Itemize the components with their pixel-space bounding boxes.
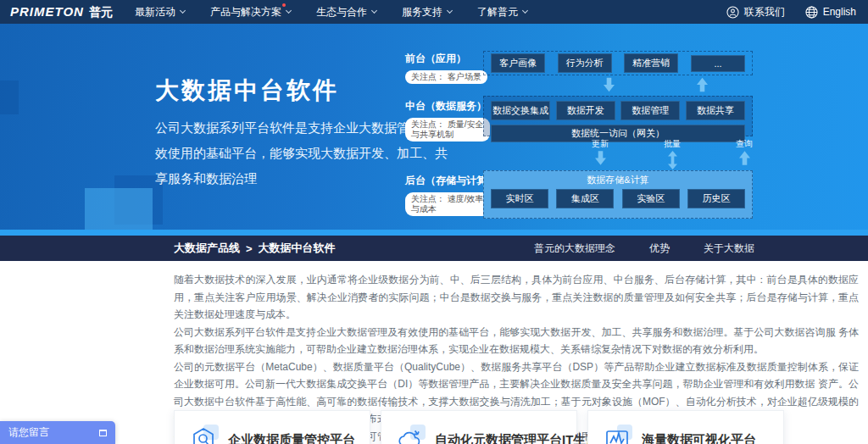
nav-item-label: 服务支持 (402, 5, 442, 19)
chevron-down-icon (286, 8, 292, 14)
front-focus-pill: 关注点： 客户场景 (405, 70, 487, 84)
middle-layer-box: 数据交换集成 数据开发 数据管理 数据共享 数据统一访问（网关） (483, 96, 753, 136)
nav-item-label: 生态与合作 (316, 5, 367, 19)
breadcrumb-current-page: 大数据中台软件 (259, 241, 336, 256)
card-metadata-platform[interactable]: 自动化元数据管理平台IT生产线 (381, 410, 577, 444)
user-icon (726, 6, 739, 19)
diagram-node: 行为分析 (558, 53, 612, 73)
anchor-about-big-data[interactable]: 关于大数据 (704, 241, 754, 256)
diagram-node: 数据交换集成 (491, 101, 550, 120)
contact-us-button[interactable]: 联系我们 (726, 0, 785, 24)
top-navbar: PRIMETON 普元 最新活动 产品与解决方案 生态与合作 服务支持 了解普元 (0, 0, 868, 24)
notification-dot (282, 3, 286, 7)
diagram-node: 数据开发 (556, 101, 615, 120)
feature-cards: 企业数据质量管控平台 自动化元数据管理平台IT生产线 海量数据可视化平台 (174, 410, 784, 444)
flow-update: 更新 (583, 138, 617, 169)
nav-item-latest-events[interactable]: 最新活动 (135, 0, 185, 24)
flow-label: 查询 (727, 138, 761, 150)
card-title: 企业数据质量管控平台 (228, 432, 355, 444)
arrow-down-icon (595, 151, 606, 165)
front-layer-box: 客户画像 行为分析 精准营销 ... (483, 51, 753, 75)
back-focus-pill: 关注点： 速度/效率 与成本 (405, 192, 490, 216)
globe-icon (805, 6, 818, 19)
back-layer-title: 后台（存储与计算） (405, 174, 481, 188)
front-layer-title: 前台（应用） (405, 52, 481, 66)
chart-monitor-icon (604, 426, 631, 444)
decor-square (85, 188, 153, 236)
section-anchors: 普元的大数据理念 优势 关于大数据 (534, 241, 754, 256)
chevron-down-icon (447, 8, 453, 14)
minimize-window-icon[interactable] (99, 430, 107, 436)
nav-item-about[interactable]: 了解普元 (477, 0, 527, 24)
hexagon-quality-icon (190, 426, 217, 444)
flow-label: 批量 (655, 138, 689, 150)
brand-logo[interactable]: PRIMETON 普元 (10, 4, 113, 20)
middle-focus-pill: 关注点： 质量/安全 与共享机制 (405, 118, 490, 142)
middle-back-arrows: 更新 批量 查询 (483, 138, 753, 169)
main-menu: 最新活动 产品与解决方案 生态与合作 服务支持 了解普元 (135, 0, 527, 24)
brand-logo-cn: 普元 (89, 5, 113, 20)
front-middle-arrows (483, 77, 753, 94)
diagram-node: 数据共享 (686, 101, 745, 120)
arrow-updown-icon (667, 151, 678, 169)
nav-item-ecosystem[interactable]: 生态与合作 (316, 0, 376, 24)
arrow-up-icon (739, 151, 750, 165)
focus-line: 与共享机制 (411, 130, 484, 140)
intro-paragraph: 公司大数据系列平台软件是支持企业大数据管理及有效使用的基础平台，能够实现大数据开… (174, 324, 859, 358)
hero-description: 公司大数据系列平台软件是支持企业大数据管理及有效使用的基础平台，能够实现大数据开… (155, 115, 448, 191)
diagram-node: ... (691, 55, 745, 72)
brand-logo-en: PRIMETON (10, 4, 84, 19)
contact-us-label: 联系我们 (744, 5, 785, 19)
flow-batch: 批量 (655, 138, 689, 173)
back-layer-box: 数据存储&计算 实时区 集成区 实验区 历史区 (483, 170, 753, 219)
middle-layer-label: 中台（数据服务） 关注点： 质量/安全 与共享机制 (405, 99, 481, 142)
storage-compute-header: 数据存储&计算 (491, 174, 745, 186)
front-layer-label: 前台（应用） 关注点： 客户场景 (405, 52, 481, 84)
breadcrumb-product-line[interactable]: 大数据产品线 (174, 241, 240, 256)
card-data-quality-platform[interactable]: 企业数据质量管控平台 (174, 410, 370, 444)
language-switch[interactable]: English (805, 0, 856, 24)
chevron-down-icon (180, 8, 186, 14)
language-label: English (823, 6, 856, 18)
diagram-node: 历史区 (687, 189, 745, 208)
anchor-advantages[interactable]: 优势 (649, 241, 670, 256)
breadcrumb-bar: 大数据产品线 > 大数据中台软件 普元的大数据理念 优势 关于大数据 (0, 236, 868, 261)
arrow-down-icon (592, 77, 626, 96)
back-layer-label: 后台（存储与计算） 关注点： 速度/效率 与成本 (405, 174, 481, 216)
nav-item-support[interactable]: 服务支持 (402, 0, 452, 24)
middle-layer-title: 中台（数据服务） (405, 99, 481, 114)
anchor-big-data-concept[interactable]: 普元的大数据理念 (534, 241, 615, 256)
diagram-node: 实验区 (622, 189, 680, 208)
cloud-sync-icon (397, 426, 424, 444)
breadcrumb: 大数据产品线 > 大数据中台软件 (174, 241, 336, 256)
nav-item-label: 产品与解决方案 (210, 5, 281, 19)
nav-item-label: 了解普元 (477, 5, 518, 19)
navbar-right: 联系我们 English (726, 0, 858, 24)
chevron-down-icon (522, 8, 528, 14)
chat-label: 请您留言 (8, 425, 49, 440)
architecture-diagram: 前台（应用） 关注点： 客户场景 客户画像 行为分析 精准营销 ... 中台（数… (405, 51, 754, 230)
focus-line: 关注点： 质量/安全 (411, 119, 484, 130)
diagram-node: 精准营销 (624, 53, 678, 73)
flow-label: 更新 (583, 138, 617, 150)
hero-banner: 大数据中台软件 公司大数据系列平台软件是支持企业大数据管理及有效使用的基础平台，… (0, 24, 868, 236)
focus-line: 关注点： 速度/效率 (411, 194, 484, 204)
card-title: 海量数据可视化平台 (642, 432, 756, 444)
intro-paragraph: 随着大数据技术的深入发展，业内通常将企业级数据分为前、中、后三层结构，具体为前台… (174, 271, 859, 324)
arrow-up-icon (685, 77, 719, 96)
card-visualization-platform[interactable]: 海量数据可视化平台 (587, 410, 784, 444)
flow-query: 查询 (727, 138, 761, 169)
chat-widget[interactable]: 请您留言 (0, 421, 115, 444)
diagram-node: 实时区 (491, 189, 548, 208)
decor-square (0, 80, 19, 114)
focus-line: 与成本 (411, 204, 484, 214)
diagram-node: 集成区 (556, 189, 614, 208)
card-title: 自动化元数据管理平台IT生产线 (435, 432, 611, 444)
nav-item-products-solutions[interactable]: 产品与解决方案 (210, 0, 291, 24)
diagram-node: 数据管理 (620, 101, 680, 120)
nav-item-label: 最新活动 (135, 5, 175, 19)
breadcrumb-separator: > (246, 242, 253, 255)
diagram-node: 客户画像 (491, 53, 545, 73)
chevron-down-icon (371, 8, 377, 14)
page-title: 大数据中台软件 (155, 75, 339, 107)
